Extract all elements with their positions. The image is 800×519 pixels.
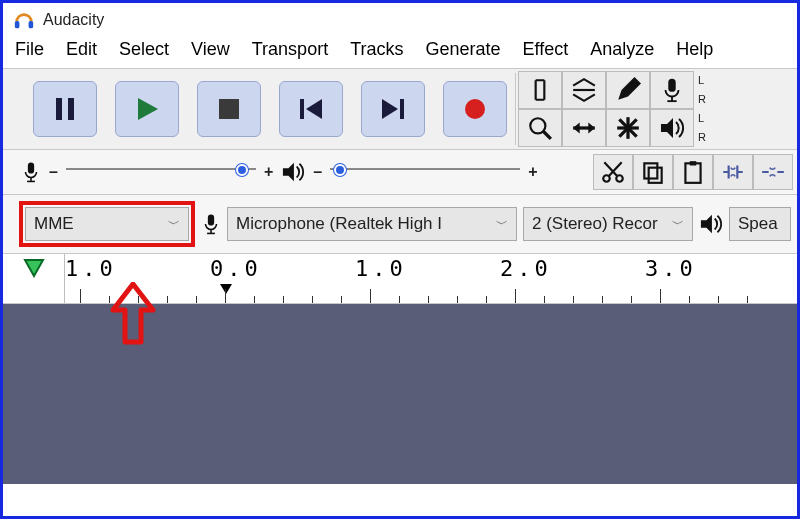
ruler-label: 1.0: [355, 256, 407, 281]
svg-marker-7: [306, 99, 322, 119]
svg-rect-1: [29, 21, 34, 28]
zoom-tool[interactable]: [518, 109, 562, 147]
pin-head-icon[interactable]: [23, 258, 45, 278]
draw-tool[interactable]: [606, 71, 650, 109]
ruler-label: 3.0: [645, 256, 697, 281]
rec-meter-lr: L R L R: [696, 69, 708, 149]
svg-marker-24: [661, 118, 673, 138]
svg-rect-34: [649, 168, 662, 183]
chevron-down-icon: ﹀: [496, 216, 508, 233]
playback-volume-slider[interactable]: [330, 168, 520, 176]
timeshift-tool[interactable]: [562, 109, 606, 147]
svg-rect-37: [208, 215, 214, 226]
mixer-toolbar: – + – +: [3, 150, 797, 195]
svg-point-15: [530, 118, 545, 133]
label-r2: R: [698, 132, 706, 143]
svg-marker-18: [573, 123, 580, 134]
selection-tool[interactable]: [518, 71, 562, 109]
label-l2: L: [698, 113, 706, 124]
silence-button[interactable]: [753, 154, 793, 190]
recording-volume-slider[interactable]: [66, 168, 256, 176]
slider-thumb[interactable]: [236, 164, 248, 176]
paste-button[interactable]: [673, 154, 713, 190]
svg-rect-6: [300, 99, 304, 119]
menu-transport[interactable]: Transport: [252, 39, 328, 60]
menu-generate[interactable]: Generate: [425, 39, 500, 60]
recording-device-value: Microphone (Realtek High I: [236, 214, 442, 234]
record-button[interactable]: [443, 81, 507, 137]
menu-analyze[interactable]: Analyze: [590, 39, 654, 60]
recording-channels-dropdown[interactable]: 2 (Stereo) Recor ﹀: [523, 207, 693, 241]
svg-marker-40: [701, 215, 712, 233]
rec-vol-min: –: [49, 163, 58, 181]
svg-rect-3: [68, 98, 74, 120]
copy-button[interactable]: [633, 154, 673, 190]
skip-start-button[interactable]: [279, 81, 343, 137]
svg-rect-25: [28, 163, 34, 174]
audio-host-value: MME: [34, 214, 74, 234]
tools-toolbar: [516, 69, 696, 149]
menu-tracks[interactable]: Tracks: [350, 39, 403, 60]
menu-effect[interactable]: Effect: [523, 39, 569, 60]
svg-rect-35: [685, 163, 700, 183]
ruler-label: 1.0: [65, 256, 117, 281]
svg-marker-41: [25, 260, 43, 276]
cut-button[interactable]: [593, 154, 633, 190]
speaker-icon: [699, 213, 723, 235]
play-vol-min: –: [313, 163, 322, 181]
svg-rect-2: [56, 98, 62, 120]
stop-icon: [218, 98, 240, 120]
svg-rect-0: [15, 21, 20, 28]
play-vol-max: +: [528, 163, 537, 181]
recording-device-dropdown[interactable]: Microphone (Realtek High I ﹀: [227, 207, 517, 241]
pause-icon: [54, 96, 76, 122]
rec-vol-max: +: [264, 163, 273, 181]
play-button[interactable]: [115, 81, 179, 137]
ruler-label: 0.0: [210, 256, 262, 281]
device-toolbar: MME ﹀ Microphone (Realtek High I ﹀ 2 (St…: [3, 195, 797, 254]
recording-channels-value: 2 (Stereo) Recor: [532, 214, 658, 234]
menubar: File Edit Select View Transport Tracks G…: [3, 35, 797, 68]
svg-marker-28: [283, 163, 294, 181]
transport-toolbar: L R L R: [3, 68, 797, 150]
pause-button[interactable]: [33, 81, 97, 137]
svg-marker-8: [382, 99, 398, 119]
menu-view[interactable]: View: [191, 39, 230, 60]
rec-meter-mic-icon[interactable]: [650, 71, 694, 109]
chevron-down-icon: ﹀: [168, 216, 180, 233]
skip-start-icon: [298, 98, 324, 120]
slider-thumb[interactable]: [334, 164, 346, 176]
label-l: L: [698, 75, 706, 86]
annotation-highlight: MME ﹀: [19, 201, 195, 247]
menu-edit[interactable]: Edit: [66, 39, 97, 60]
svg-rect-5: [219, 99, 239, 119]
svg-rect-36: [690, 161, 697, 165]
stop-button[interactable]: [197, 81, 261, 137]
timeline-ruler[interactable]: 1.0 0.0 1.0 2.0 3.0: [3, 254, 797, 304]
envelope-tool[interactable]: [562, 71, 606, 109]
menu-select[interactable]: Select: [119, 39, 169, 60]
skip-end-button[interactable]: [361, 81, 425, 137]
svg-rect-9: [400, 99, 404, 119]
edit-toolbar: [593, 154, 793, 190]
mic-icon: [201, 213, 221, 235]
svg-point-10: [465, 99, 485, 119]
play-meter-speaker-icon[interactable]: [650, 109, 694, 147]
menu-help[interactable]: Help: [676, 39, 713, 60]
app-icon: [13, 9, 35, 31]
svg-marker-19: [588, 123, 595, 134]
play-icon: [134, 96, 160, 122]
mic-icon: [21, 161, 41, 183]
label-r: R: [698, 94, 706, 105]
playback-device-value: Spea: [738, 214, 778, 234]
speaker-icon: [281, 161, 305, 183]
menu-file[interactable]: File: [15, 39, 44, 60]
playback-device-dropdown[interactable]: Spea: [729, 207, 791, 241]
audio-host-dropdown[interactable]: MME ﹀: [25, 207, 189, 241]
skip-end-icon: [380, 98, 406, 120]
chevron-down-icon: ﹀: [672, 216, 684, 233]
tracks-area[interactable]: [3, 304, 797, 484]
trim-button[interactable]: [713, 154, 753, 190]
svg-marker-4: [138, 98, 158, 120]
multi-tool[interactable]: [606, 109, 650, 147]
